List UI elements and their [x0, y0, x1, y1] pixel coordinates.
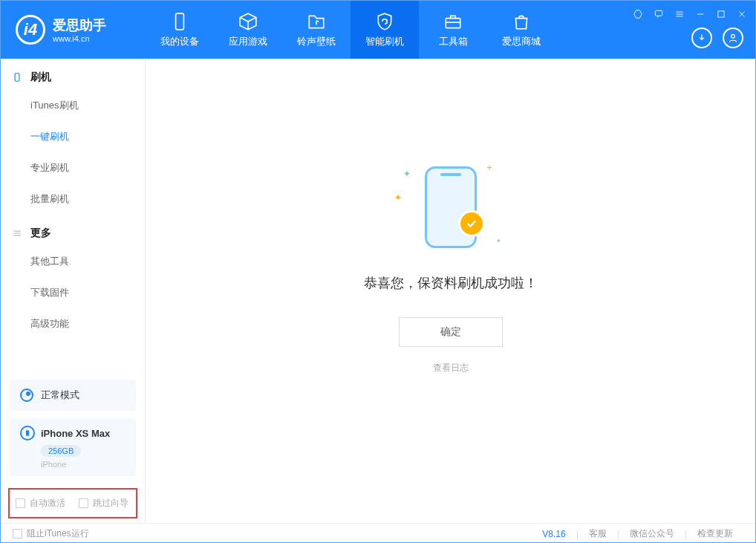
- sparkle-icon: +: [486, 163, 492, 173]
- checkbox-block-itunes[interactable]: 阻止iTunes运行: [13, 527, 89, 540]
- shield-refresh-icon: [374, 11, 395, 32]
- briefcase-icon: [443, 11, 463, 32]
- phone-icon: [169, 11, 190, 32]
- mode-card[interactable]: 正常模式: [10, 380, 136, 411]
- view-log-link[interactable]: 查看日志: [433, 362, 469, 374]
- sparkle-icon: ✦: [403, 169, 411, 179]
- svg-rect-1: [446, 19, 460, 28]
- tab-smart-flash[interactable]: 智能刷机: [351, 1, 419, 59]
- theme-icon[interactable]: [632, 8, 644, 20]
- feedback-icon[interactable]: [653, 8, 665, 20]
- tab-apps-games[interactable]: 应用游戏: [214, 1, 282, 59]
- mode-icon: [20, 388, 33, 402]
- tab-label: 工具箱: [439, 35, 468, 48]
- close-button[interactable]: [736, 8, 748, 20]
- sidebar-section-flash: 刷机: [1, 59, 145, 90]
- app-logo[interactable]: i4 爱思助手 www.i4.cn: [1, 15, 146, 45]
- flash-options-highlighted: 自动激活 跳过向导: [8, 488, 137, 518]
- checkbox-label: 阻止iTunes运行: [27, 527, 89, 540]
- sidebar-section-more: 更多: [1, 215, 145, 246]
- checkbox-skip-guide[interactable]: 跳过向导: [79, 497, 128, 510]
- checkbox-icon: [13, 529, 22, 539]
- sidebar-item-pro-flash[interactable]: 专业刷机: [1, 152, 145, 183]
- svg-rect-4: [718, 11, 724, 17]
- sidebar-item-download-firmware[interactable]: 下载固件: [1, 277, 145, 308]
- device-storage-badge: 256GB: [41, 445, 81, 457]
- checkbox-icon: [16, 498, 25, 508]
- header: i4 爱思助手 www.i4.cn 我的设备 应用游戏 铃声壁纸 智能刷机 工具…: [1, 1, 755, 59]
- list-icon: [11, 227, 23, 239]
- svg-rect-3: [655, 10, 662, 16]
- footer-link-support[interactable]: 客服: [579, 527, 617, 540]
- header-actions: [691, 27, 743, 48]
- version-label: V8.16: [532, 529, 576, 539]
- footer-link-update[interactable]: 检查更新: [687, 527, 743, 540]
- success-check-icon: [458, 210, 485, 237]
- sidebar-item-other-tools[interactable]: 其他工具: [1, 246, 145, 277]
- sparkle-icon: ✦: [496, 238, 501, 244]
- device-phone-icon: [20, 426, 35, 440]
- sidebar-item-batch-flash[interactable]: 批量刷机: [1, 183, 145, 215]
- cube-icon: [238, 11, 258, 32]
- logo-text: 爱思助手 www.i4.cn: [53, 16, 106, 43]
- section-title: 刷机: [30, 71, 51, 84]
- window-controls: [632, 8, 748, 20]
- tab-toolbox[interactable]: 工具箱: [419, 1, 487, 59]
- menu-icon[interactable]: [674, 8, 685, 20]
- sparkle-icon: ✦: [394, 192, 402, 203]
- music-folder-icon: [306, 11, 327, 32]
- bag-icon: [511, 11, 532, 32]
- success-message: 恭喜您，保资料刷机成功啦！: [364, 274, 538, 292]
- device-card[interactable]: iPhone XS Max 256GB iPhone: [10, 418, 136, 476]
- checkbox-label: 跳过向导: [93, 497, 128, 510]
- tab-my-device[interactable]: 我的设备: [146, 1, 214, 59]
- sidebar-item-oneclick-flash[interactable]: 一键刷机: [1, 121, 145, 152]
- sidebar-item-itunes-flash[interactable]: iTunes刷机: [1, 90, 145, 121]
- device-name: iPhone XS Max: [41, 428, 110, 439]
- tab-store[interactable]: 爱思商城: [487, 1, 555, 59]
- tab-ringtones-wallpapers[interactable]: 铃声壁纸: [282, 1, 351, 59]
- tab-label: 爱思商城: [502, 35, 541, 48]
- sidebar-item-advanced[interactable]: 高级功能: [1, 308, 145, 339]
- svg-rect-5: [15, 74, 19, 82]
- tab-label: 铃声壁纸: [297, 35, 336, 48]
- logo-icon: i4: [16, 15, 45, 45]
- ok-button[interactable]: 确定: [399, 317, 503, 347]
- main-content: ✦ ✦ + ✦ 恭喜您，保资料刷机成功啦！ 确定 查看日志: [146, 59, 755, 523]
- download-button[interactable]: [691, 27, 712, 48]
- checkbox-label: 自动激活: [30, 497, 65, 510]
- sidebar: 刷机 iTunes刷机 一键刷机 专业刷机 批量刷机 更多 其他工具 下载固件 …: [1, 59, 146, 523]
- footer-links: V8.16 | 客服 | 微信公众号 | 检查更新: [532, 527, 743, 540]
- body: 刷机 iTunes刷机 一键刷机 专业刷机 批量刷机 更多 其他工具 下载固件 …: [1, 59, 755, 523]
- device-icon: [11, 71, 23, 83]
- tab-label: 智能刷机: [365, 35, 404, 48]
- footer: 阻止iTunes运行 V8.16 | 客服 | 微信公众号 | 检查更新: [1, 523, 755, 543]
- svg-point-2: [731, 34, 735, 38]
- device-type: iPhone: [41, 460, 126, 469]
- svg-rect-6: [26, 430, 29, 436]
- svg-rect-0: [176, 13, 184, 30]
- tab-label: 应用游戏: [229, 35, 267, 48]
- user-button[interactable]: [723, 27, 743, 48]
- maximize-button[interactable]: [715, 8, 727, 20]
- checkbox-icon: [79, 498, 88, 508]
- minimize-button[interactable]: [694, 8, 706, 20]
- nav-tabs: 我的设备 应用游戏 铃声壁纸 智能刷机 工具箱 爱思商城: [146, 1, 555, 59]
- tab-label: 我的设备: [160, 35, 199, 48]
- app-title: 爱思助手: [53, 16, 106, 34]
- success-illustration: ✦ ✦ + ✦: [391, 163, 510, 252]
- footer-link-wechat[interactable]: 微信公众号: [619, 527, 685, 540]
- section-title: 更多: [30, 227, 51, 240]
- checkbox-auto-activate[interactable]: 自动激活: [16, 497, 65, 510]
- app-subtitle: www.i4.cn: [53, 34, 106, 43]
- mode-label: 正常模式: [41, 388, 79, 402]
